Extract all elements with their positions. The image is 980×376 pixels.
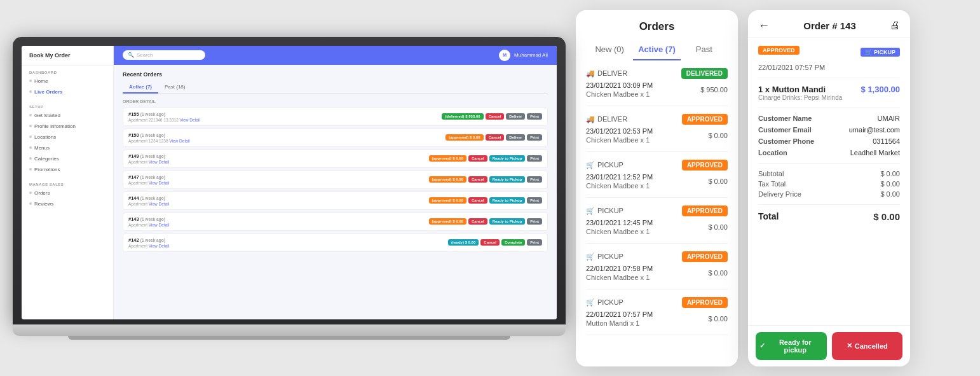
- search-icon: 🔍: [128, 52, 134, 58]
- deliver-button[interactable]: Deliver: [506, 113, 525, 120]
- customer-phone-row: Customer Phone 0311564: [758, 137, 900, 145]
- detail-item-row: 1 x Mutton Mandi Cinarge Drinks: Pepsi M…: [758, 85, 900, 101]
- subtotal-value: $ 0.00: [880, 170, 900, 178]
- order-card-4[interactable]: 🛒 PICKUP APPROVED 23/01/2021 12:45 PM Ch…: [586, 198, 728, 244]
- order-status-badge: APPROVED: [682, 160, 728, 171]
- order-card-5[interactable]: 🛒 PICKUP APPROVED 22/01/2021 07:58 PM Ch…: [586, 244, 728, 289]
- sidebar-item-menus[interactable]: Menus: [22, 143, 113, 153]
- order-price: $ 0.00: [708, 132, 728, 139]
- ready-button[interactable]: Ready to Pickup: [489, 197, 526, 204]
- tab-active[interactable]: Active (7): [633, 39, 680, 60]
- order-status-badge: APPROVED: [682, 251, 728, 262]
- detail-body: APPROVED 🛒 PICKUP 22/01/2021 07:57 PM 1 …: [748, 38, 910, 325]
- deliver-button[interactable]: Deliver: [506, 134, 525, 141]
- status-badge: (approved) $ 0.00: [429, 197, 466, 204]
- sidebar-setup-label: SETUP: [22, 102, 113, 110]
- order-price: $ 0.00: [708, 269, 728, 277]
- tab-new[interactable]: New (0): [586, 39, 633, 60]
- order-type: 🛒 PICKUP: [586, 161, 623, 169]
- cancelled-button[interactable]: ✕ Cancelled: [832, 332, 903, 360]
- cancel-button[interactable]: Cancel: [486, 134, 505, 141]
- sidebar-item-categories[interactable]: Categories: [22, 153, 113, 164]
- detail-title: Order # 143: [803, 20, 856, 31]
- complete-button[interactable]: Complete: [501, 239, 525, 246]
- laptop: Book My Order DASHBOARD Home Live Orders: [13, 37, 566, 340]
- order-actions: (approved) $ 0.00 Cancel Ready to Pickup…: [429, 197, 542, 204]
- print-button[interactable]: Print: [527, 113, 542, 120]
- total-label: Total: [758, 211, 779, 221]
- cancel-button[interactable]: Cancel: [468, 155, 487, 162]
- laptop-foot: [68, 336, 510, 340]
- order-id: #143 (1 week ago): [128, 216, 169, 222]
- order-card-3[interactable]: 🛒 PICKUP APPROVED 23/01/2021 12:52 PM Ch…: [586, 152, 728, 198]
- sidebar-item-locations[interactable]: Locations: [22, 132, 113, 143]
- sidebar-item-promotions[interactable]: Promotions: [22, 164, 113, 175]
- sidebar-item-live-orders[interactable]: Live Orders: [22, 87, 113, 97]
- main-content: 🔍 Search M Muhammad Ali Recent Orders Ac…: [114, 46, 557, 319]
- search-bar[interactable]: 🔍 Search: [123, 50, 205, 60]
- cancel-button[interactable]: Cancel: [480, 239, 500, 246]
- total-value: $ 0.00: [873, 211, 900, 222]
- order-id: #149 (1 week ago): [128, 153, 169, 159]
- order-card-1[interactable]: 🚚 DELIVER DELIVERED 23/01/2021 03:09 PM …: [586, 60, 728, 106]
- cancel-button[interactable]: Cancel: [468, 176, 487, 183]
- order-id: #142 (1 week ago): [128, 237, 169, 243]
- detail-top-row: APPROVED 🛒 PICKUP: [758, 46, 900, 59]
- print-button[interactable]: Print: [527, 239, 542, 246]
- order-item: Chicken Madbee x 1: [586, 136, 653, 144]
- sidebar-item-home[interactable]: Home: [22, 76, 113, 87]
- ready-button[interactable]: Ready to Pickup: [489, 218, 526, 225]
- ready-for-pickup-button[interactable]: ✓ Ready for pickup: [756, 332, 827, 360]
- order-actions: (approved) $ 0.00 Cancel Ready to Pickup…: [429, 155, 542, 162]
- print-button[interactable]: Print: [527, 134, 542, 141]
- cancel-button[interactable]: Cancel: [468, 218, 487, 225]
- back-button[interactable]: ←: [758, 19, 770, 32]
- status-badge: (ready) $ 0.00: [448, 239, 479, 246]
- sidebar-item-reviews[interactable]: Reviews: [22, 198, 113, 209]
- detail-item-sub: Cinarge Drinks: Pepsi Mirinda: [758, 94, 842, 101]
- laptop-body: Book My Order DASHBOARD Home Live Orders: [13, 37, 566, 324]
- order-item: Chicken Madbee x 1: [586, 228, 653, 235]
- divider: [758, 204, 900, 205]
- print-button[interactable]: Print: [527, 155, 542, 162]
- detail-date: 22/01/2021 07:57 PM: [758, 64, 900, 71]
- cancel-button[interactable]: Cancel: [468, 197, 487, 204]
- print-button[interactable]: Print: [527, 176, 542, 183]
- ready-button[interactable]: Ready to Pickup: [489, 155, 526, 162]
- sidebar-item-profile[interactable]: Profile Information: [22, 121, 113, 132]
- print-icon[interactable]: 🖨: [890, 20, 900, 31]
- laptop-screen: Book My Order DASHBOARD Home Live Orders: [22, 46, 557, 319]
- order-info: #150 (1 week ago) Apartment 1234 1238 Vi…: [128, 132, 190, 143]
- order-item: Chicken Madbee x 1: [586, 274, 653, 281]
- live-orders-dot-icon: [29, 90, 32, 93]
- ready-button[interactable]: Ready to Pickup: [489, 176, 526, 183]
- subtotal-row: Subtotal $ 0.00: [758, 170, 900, 178]
- sidebar-item-orders[interactable]: Orders: [22, 188, 113, 198]
- order-card-6[interactable]: 🛒 PICKUP APPROVED 22/01/2021 07:57 PM Mu…: [586, 289, 728, 335]
- sidebar-dashboard-section: DASHBOARD Home Live Orders: [22, 66, 113, 100]
- scene: Book My Order DASHBOARD Home Live Orders: [0, 0, 980, 376]
- order-date: 23/01/2021 12:52 PM: [586, 173, 653, 181]
- approved-badge: APPROVED: [758, 46, 800, 55]
- order-row: #144 (1 week ago) Apartment View Detail …: [123, 191, 548, 210]
- tab-past[interactable]: Past (18): [158, 81, 191, 94]
- order-row: #142 (1 week ago) Apartment View Detail …: [123, 233, 548, 252]
- order-card-2[interactable]: 🚚 DELIVER APPROVED 23/01/2021 02:53 PM C…: [586, 106, 728, 152]
- order-id: #155 (1 week ago): [128, 111, 200, 117]
- sidebar-item-get-started[interactable]: Get Started: [22, 110, 113, 121]
- sidebar-dashboard-label: DASHBOARD: [22, 68, 113, 76]
- tab-past[interactable]: Past: [681, 39, 728, 60]
- tab-active[interactable]: Active (7): [123, 81, 158, 94]
- print-button[interactable]: Print: [527, 197, 542, 204]
- order-price: $ 0.00: [708, 178, 728, 185]
- status-badge: (approved) $ 0.00: [429, 155, 466, 162]
- order-actions: (delivered) $ 955.00 Cancel Deliver Prin…: [442, 113, 542, 120]
- user-info: M Muhammad Ali: [499, 50, 548, 61]
- print-button[interactable]: Print: [527, 218, 542, 225]
- tax-row: Tax Total $ 0.00: [758, 180, 900, 188]
- order-info: #149 (1 week ago) Apartment View Detail: [128, 153, 169, 164]
- customer-email-value: umair@test.com: [849, 126, 900, 134]
- cancel-button[interactable]: Cancel: [486, 113, 505, 120]
- shopping-cart-icon: 🛒: [586, 298, 595, 307]
- detail-item-name: 1 x Mutton Mandi: [758, 85, 842, 94]
